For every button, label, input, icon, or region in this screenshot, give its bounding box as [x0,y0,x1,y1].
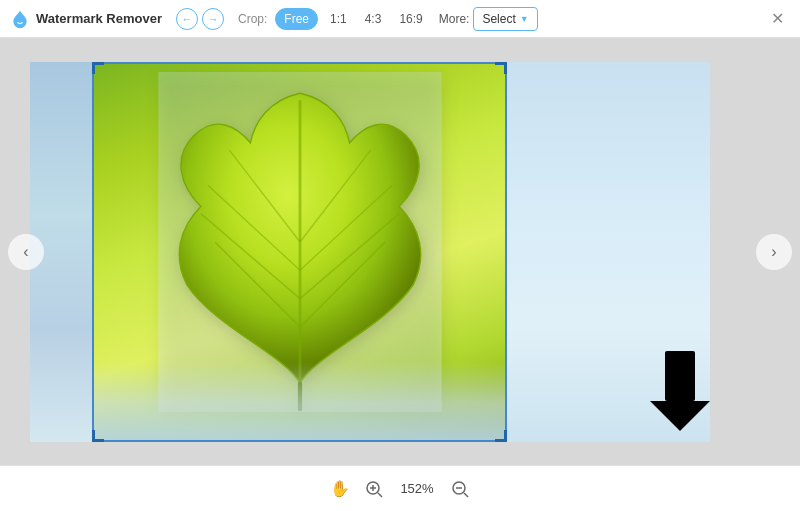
undo-button[interactable]: ← [176,8,198,30]
next-image-button[interactable]: › [756,234,792,270]
zoom-out-icon[interactable] [449,478,471,500]
ground-area [92,362,507,442]
more-label: More: [439,12,470,26]
svg-line-15 [378,493,382,497]
zoom-bar: ✋ 152% [0,465,800,511]
redo-button[interactable]: → [202,8,224,30]
pan-tool-icon[interactable]: ✋ [329,478,351,500]
crop-label: Crop: [238,12,267,26]
close-button[interactable]: ✕ [766,8,788,30]
zoom-in-icon[interactable] [363,478,385,500]
title-bar: Watermark Remover ← → Crop: Free 1:1 4:3… [0,0,800,38]
select-dropdown[interactable]: Select ▼ [473,7,537,31]
zoom-level: 152% [397,481,437,496]
crop-free-button[interactable]: Free [275,8,318,30]
down-arrow-annotation [650,351,710,435]
crop-16-9-button[interactable]: 16:9 [391,8,430,30]
select-dropdown-label: Select [482,12,515,26]
image-container [30,62,710,442]
app-title: Watermark Remover [36,11,162,26]
app-logo-icon [10,9,30,29]
crop-1-1-button[interactable]: 1:1 [322,8,355,30]
canvas-area: ‹ [0,38,800,465]
chevron-down-icon: ▼ [520,14,529,24]
svg-rect-10 [665,351,695,401]
prev-image-button[interactable]: ‹ [8,234,44,270]
image-leaf-area [92,62,507,442]
svg-marker-11 [650,401,710,431]
svg-line-18 [464,493,468,497]
nav-buttons: ← → [176,8,224,30]
crop-4-3-button[interactable]: 4:3 [357,8,390,30]
leaf-image [150,72,450,412]
